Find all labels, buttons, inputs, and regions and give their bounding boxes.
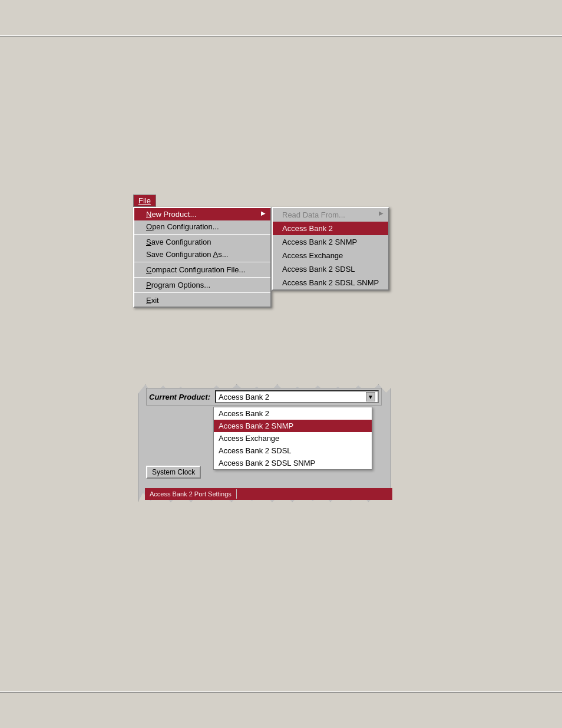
submenu-item-ab2-sdsl-snmp-label: Access Bank 2 SDSL SNMP — [282, 278, 379, 287]
current-product-label: Current Product: — [149, 393, 210, 401]
submenu-item-ab2-sdsl-label: Access Bank 2 SDSL — [282, 265, 355, 274]
file-menu-bar-item[interactable]: File — [133, 195, 156, 207]
submenu-item-access-bank-2-snmp[interactable]: Access Bank 2 SNMP — [273, 235, 388, 249]
menu-item-save-as-label: Save Configuration As... — [146, 250, 228, 259]
menu-item-save-configuration-as[interactable]: Save Configuration As... — [134, 248, 270, 261]
dropdown-item-ae[interactable]: Access Exchange — [214, 432, 372, 444]
menu-section: File New Product... Open Configuration..… — [133, 195, 272, 308]
submenu-item-access-exchange[interactable]: Access Exchange — [273, 249, 388, 262]
submenu-item-access-bank-2-sdsl-snmp[interactable]: Access Bank 2 SDSL SNMP — [273, 276, 388, 289]
menu-item-open-label: Open Configuration... — [146, 222, 219, 231]
submenu-wrapper: Read Data From... ▶ Access Bank 2 Access… — [272, 207, 389, 291]
menu-separator-4 — [134, 292, 270, 293]
file-dropdown: New Product... Open Configuration... Sav… — [133, 207, 272, 308]
current-product-value: Access Bank 2 — [219, 393, 269, 401]
dropdown-item-ab2[interactable]: Access Bank 2 — [214, 407, 372, 420]
dropdown-item-ab2-sdsl[interactable]: Access Bank 2 SDSL — [214, 444, 372, 457]
submenu: Read Data From... ▶ Access Bank 2 Access… — [272, 207, 389, 291]
dropdown-item-ab2-snmp[interactable]: Access Bank 2 SNMP — [214, 420, 372, 432]
bottom-divider — [0, 691, 562, 693]
current-product-select[interactable]: Access Bank 2 ▼ — [215, 390, 379, 403]
menu-item-exit[interactable]: Exit — [134, 294, 270, 307]
menu-item-exit-label: Exit — [146, 296, 159, 305]
menu-item-open-configuration[interactable]: Open Configuration... — [134, 220, 270, 233]
submenu-item-access-bank-2-sdsl[interactable]: Access Bank 2 SDSL — [273, 262, 388, 276]
menu-item-compact-label: Compact Configuration File... — [146, 265, 245, 274]
current-product-row: Current Product: Access Bank 2 ▼ — [146, 388, 382, 406]
top-divider — [0, 35, 562, 37]
menu-item-save-configuration[interactable]: Save Configuration — [134, 236, 270, 248]
product-dropdown-list: Access Bank 2 Access Bank 2 SNMP Access … — [213, 407, 372, 470]
menu-separator-3 — [134, 277, 270, 278]
system-clock-button[interactable]: System Clock — [146, 466, 201, 479]
menu-separator-1 — [134, 234, 270, 235]
menu-item-program-options[interactable]: Program Options... — [134, 279, 270, 291]
submenu-read-data-label: Read Data From... — [282, 210, 345, 219]
tab-item-port-settings[interactable]: Access Bank 2 Port Settings — [145, 489, 237, 499]
dropdown-item-ab2-sdsl-snmp[interactable]: Access Bank 2 SDSL SNMP — [214, 457, 372, 469]
dropdown-arrow-icon[interactable]: ▼ — [366, 392, 375, 401]
tab-strip: Access Bank 2 Port Settings — [145, 488, 392, 500]
dropdown-wrapper: New Product... Open Configuration... Sav… — [133, 207, 272, 308]
menu-bar: File — [133, 195, 272, 207]
submenu-read-data: Read Data From... ▶ — [273, 208, 388, 222]
submenu-item-ae-label: Access Exchange — [282, 251, 343, 260]
menu-item-compact-configuration[interactable]: Compact Configuration File... — [134, 263, 270, 276]
menu-item-program-options-label: Program Options... — [146, 281, 210, 289]
menu-item-new-product[interactable]: New Product... — [134, 208, 270, 220]
system-clock-area: System Clock — [146, 466, 201, 479]
submenu-item-ab2-snmp-label: Access Bank 2 SNMP — [282, 238, 357, 246]
menu-item-new-product-label: New Product... — [146, 210, 196, 219]
submenu-item-access-bank-2[interactable]: Access Bank 2 — [273, 222, 388, 235]
menu-item-save-label: Save Configuration — [146, 238, 211, 246]
menu-separator-2 — [134, 262, 270, 262]
submenu-item-ab2-label: Access Bank 2 — [282, 224, 333, 233]
